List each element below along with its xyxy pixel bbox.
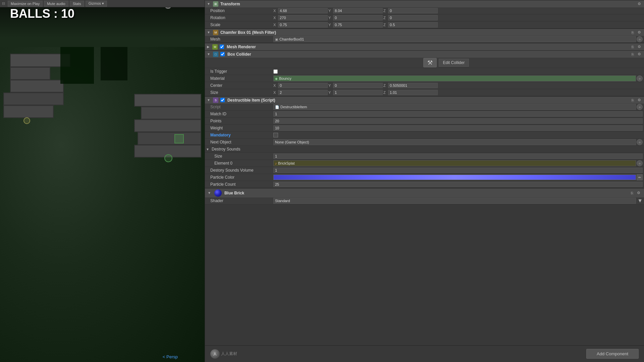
blue-brick-copy-btn[interactable]: ⎘ [629, 190, 635, 196]
mesh-renderer-enabled[interactable] [220, 45, 224, 49]
transform-title: Transform [220, 2, 240, 6]
material-label: Material [205, 75, 272, 81]
rotation-y-input[interactable] [333, 15, 383, 20]
is-trigger-checkbox[interactable] [273, 69, 278, 74]
mandatory-row: Mandatory [205, 132, 644, 139]
mesh-filter-title: Chamfer Box 01 (Mesh Filter) [220, 30, 276, 35]
particle-count-input[interactable] [273, 182, 643, 187]
position-y-label: Y [328, 9, 332, 13]
destroy-sounds-size-input[interactable] [273, 154, 643, 159]
match-id-input[interactable] [273, 111, 643, 117]
box-collider-copy-btn[interactable]: ⎘ [630, 52, 635, 57]
script-select-btn[interactable]: ○ [637, 104, 643, 110]
center-z-label: Z [383, 83, 387, 87]
scale-z-input[interactable] [388, 22, 438, 27]
destroy-sounds-volume-input[interactable] [273, 168, 643, 173]
mesh-renderer-header[interactable]: ▶ M Mesh Renderer ⎘ ⚙ [205, 43, 644, 50]
element0-row: Element 0 ♪ BrickSplat ○ [205, 160, 644, 167]
size-x-input[interactable] [278, 90, 328, 95]
size-collider-value: X Y Z [272, 90, 644, 95]
particle-color-edit-btn[interactable]: ✏ [637, 174, 643, 180]
position-x-input[interactable] [278, 8, 328, 13]
weight-input[interactable] [273, 125, 643, 131]
scale-x-input[interactable] [278, 22, 328, 27]
match-id-value [272, 111, 644, 117]
center-z-input[interactable] [388, 83, 438, 88]
destroy-sounds-label: Destroy Sounds [210, 146, 277, 152]
stats-btn[interactable]: Stats [70, 1, 84, 7]
destroy-sounds-volume-label: Destory Sounds Volume [205, 167, 272, 173]
bottom-bar: 人 人人素材 Add Component [205, 345, 644, 362]
gizmos-btn[interactable]: Gizmos ▾ [86, 1, 107, 7]
mandatory-label: Mandatory [205, 132, 272, 138]
element0-ref-field[interactable]: ♪ BrickSplat [273, 160, 636, 166]
points-input[interactable] [273, 118, 643, 124]
box-collider-settings: ⎘ ⚙ [630, 52, 642, 57]
is-trigger-value [272, 69, 644, 74]
destructible-title: Destructible Item (Script) [227, 98, 275, 103]
scale-row: Scale X Y Z [205, 21, 644, 28]
mute-audio-btn[interactable]: Mute audio [44, 1, 68, 7]
rotation-z-input[interactable] [388, 15, 438, 20]
blue-brick-settings-btn[interactable]: ⚙ [636, 190, 641, 196]
mesh-select-btn[interactable]: ○ [637, 36, 643, 42]
position-z-label: Z [383, 9, 387, 13]
add-component-btn[interactable]: Add Component [586, 349, 639, 359]
is-trigger-row: Is Trigger [205, 68, 644, 75]
rotation-y-field: Y [328, 15, 383, 20]
edit-collider-btn[interactable]: Edit Collider [439, 59, 469, 67]
shader-label: Shader [205, 198, 272, 204]
element0-select-btn[interactable]: ○ [637, 160, 643, 166]
points-label: Points [205, 118, 272, 124]
material-select-btn[interactable]: ○ [637, 75, 643, 81]
box-collider-title: Box Collider [227, 52, 251, 57]
destroy-sounds-header[interactable]: ▼ Destroy Sounds [205, 146, 644, 153]
mesh-ref-field[interactable]: ▣ ChamferBox01 [273, 36, 636, 42]
size-collider-label: Size [205, 89, 272, 96]
next-object-ref-field[interactable]: None (Game Object) [273, 139, 636, 145]
size-z-input[interactable] [388, 90, 438, 95]
mesh-filter-icon: M [213, 30, 218, 35]
center-y-label: Y [328, 83, 332, 87]
particle-color-bar[interactable] [273, 175, 636, 180]
script-ref-field[interactable]: 📄 DestructibleItem [273, 104, 636, 110]
blue-brick-icon [214, 189, 222, 197]
transform-settings-btn[interactable]: ⚙ [637, 1, 642, 7]
shader-value: Standard ▼ [272, 198, 644, 204]
shader-dropdown-arrow[interactable]: ▼ [637, 198, 643, 204]
next-object-select-btn[interactable]: ○ [637, 139, 643, 145]
destructible-item-header[interactable]: ▼ S Destructible Item (Script) ⎘ ⚙ [205, 96, 644, 104]
material-ref-field[interactable]: ◆ Bouncy [273, 75, 636, 81]
center-x-input[interactable] [278, 83, 328, 88]
size-y-input[interactable] [333, 90, 383, 95]
rotation-x-input[interactable] [278, 15, 328, 20]
scale-label: Scale [205, 22, 272, 28]
position-x-label: X [273, 9, 277, 13]
position-z-input[interactable] [388, 8, 438, 13]
scale-y-input[interactable] [333, 22, 383, 27]
match-id-label: Match ID [205, 111, 272, 117]
position-y-input[interactable] [333, 8, 383, 13]
material-ref-text: Bouncy [279, 76, 291, 80]
transform-component-header[interactable]: ▼ ⊞ Transform ⚙ [205, 0, 644, 7]
shader-ref-field[interactable]: Standard [273, 198, 636, 204]
mesh-filter-header[interactable]: ▼ M Chamfer Box 01 (Mesh Filter) ⎘ ⚙ [205, 28, 644, 36]
mesh-filter-copy-btn[interactable]: ⎘ [630, 30, 635, 35]
blue-brick-header[interactable]: ▼ Blue Brick ⎘ ⚙ [205, 188, 644, 197]
center-y-input[interactable] [333, 83, 383, 88]
maximize-play-btn[interactable]: Maximize on Play [8, 1, 43, 7]
box-collider-enabled[interactable] [220, 52, 225, 56]
destructible-copy-btn[interactable]: ⎘ [630, 98, 635, 103]
mandatory-checkbox[interactable] [273, 133, 278, 137]
mesh-renderer-settings: ⎘ ⚙ [630, 44, 642, 50]
mesh-filter-settings-btn[interactable]: ⚙ [637, 30, 642, 35]
mesh-renderer-settings-btn[interactable]: ⚙ [637, 44, 642, 50]
blue-brick-arrow: ▼ [208, 191, 211, 195]
destructible-settings-btn[interactable]: ⚙ [637, 98, 642, 103]
destructible-enabled[interactable] [220, 98, 225, 102]
box-collider-settings-btn[interactable]: ⚙ [637, 52, 642, 57]
box-collider-header[interactable]: ▼ □ Box Collider ⎘ ⚙ [205, 50, 644, 58]
mesh-renderer-copy-btn[interactable]: ⎘ [630, 44, 635, 50]
scale-y-label: Y [328, 23, 332, 27]
box-collider-icon: □ [213, 52, 218, 57]
